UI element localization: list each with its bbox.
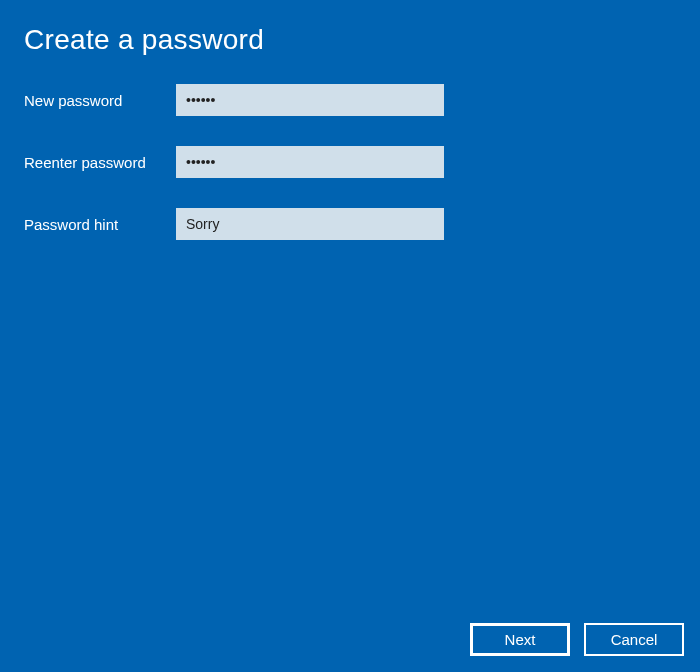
reenter-password-label: Reenter password [24, 154, 176, 171]
button-bar: Next Cancel [470, 623, 684, 656]
form-row-reenter-password: Reenter password [24, 146, 676, 178]
form-row-new-password: New password [24, 84, 676, 116]
password-hint-input[interactable] [176, 208, 444, 240]
password-hint-label: Password hint [24, 216, 176, 233]
reenter-password-input[interactable] [176, 146, 444, 178]
next-button[interactable]: Next [470, 623, 570, 656]
page-title: Create a password [24, 24, 676, 56]
new-password-input[interactable] [176, 84, 444, 116]
form-row-password-hint: Password hint [24, 208, 676, 240]
cancel-button[interactable]: Cancel [584, 623, 684, 656]
new-password-label: New password [24, 92, 176, 109]
